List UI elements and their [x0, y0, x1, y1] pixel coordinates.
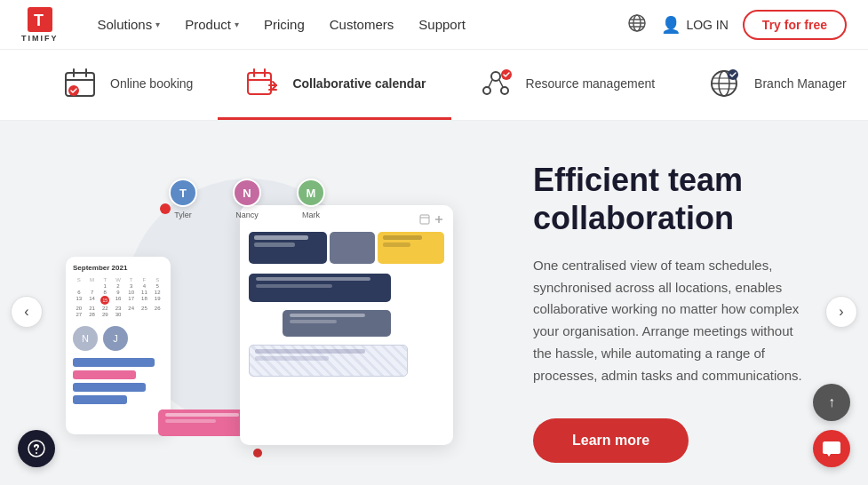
subnav-online-booking[interactable]: Online booking [36, 50, 218, 120]
brand-name: TIMIFY [21, 34, 59, 43]
svg-rect-12 [248, 73, 271, 94]
svg-point-31 [36, 452, 37, 454]
chevron-down-icon: ▾ [235, 20, 239, 29]
subnav-collaborative-calendar[interactable]: Collaborative calendar [218, 50, 450, 120]
svg-point-18 [501, 87, 508, 94]
header-right: 👤 LOG IN Try for free [627, 10, 847, 40]
chevron-down-icon: ▾ [155, 20, 160, 29]
hero-section: ‹ T Tyler N Nancy M Mark [0, 121, 868, 485]
svg-rect-26 [420, 215, 429, 224]
avatar-nancy: N Nancy [233, 179, 261, 219]
schedule-card [240, 205, 453, 445]
header: T TIMIFY Solutions ▾ Product ▾ Pricing C… [0, 0, 868, 50]
avatars-row: T Tyler N Nancy M Mark [169, 179, 325, 219]
alert-dot [160, 203, 171, 214]
calendar-check-icon [60, 64, 100, 103]
branch-manager-icon [705, 64, 744, 103]
fab-container: ↑ [813, 384, 850, 467]
nav-customers[interactable]: Customers [319, 10, 405, 39]
main-nav: Solutions ▾ Product ▾ Pricing Customers … [87, 10, 628, 39]
learn-more-button[interactable]: Learn more [533, 418, 689, 463]
slide-dot-indicator [253, 449, 262, 457]
nav-solutions[interactable]: Solutions ▾ [87, 10, 171, 39]
hero-content: Efficient team collaboration One central… [480, 161, 815, 464]
chat-button[interactable] [813, 430, 850, 467]
nav-product[interactable]: Product ▾ [174, 10, 250, 39]
carousel-next-button[interactable]: › [825, 296, 857, 328]
subnav-branch-manager[interactable]: Branch Manager [680, 50, 868, 120]
small-calendar-card: September 2021 SMTWTFS 12345 6789101112 … [66, 257, 171, 434]
login-button[interactable]: 👤 LOG IN [661, 15, 728, 35]
try-for-free-button[interactable]: Try for free [743, 10, 847, 40]
avatar-mark: M Mark [297, 179, 325, 219]
carousel-prev-button[interactable]: ‹ [11, 296, 43, 328]
language-selector[interactable] [627, 13, 647, 36]
user-icon: 👤 [661, 15, 681, 35]
resource-management-icon [476, 64, 515, 103]
help-widget-button[interactable] [18, 430, 55, 467]
hero-title: Efficient team collaboration [533, 161, 815, 237]
scroll-to-top-button[interactable]: ↑ [813, 384, 850, 421]
nav-support[interactable]: Support [408, 10, 476, 39]
svg-text:T: T [34, 12, 44, 29]
avatar-tyler: T Tyler [169, 179, 197, 219]
nav-pricing[interactable]: Pricing [253, 10, 315, 39]
subnav-resource-management[interactable]: Resource management [451, 50, 681, 120]
hero-illustration: T Tyler N Nancy M Mark September 2021 SM… [53, 152, 480, 472]
svg-point-17 [483, 87, 490, 94]
collaborative-calendar-icon [243, 64, 282, 103]
svg-point-16 [491, 72, 500, 81]
logo[interactable]: T TIMIFY [21, 7, 59, 43]
hero-description: One centralised view of team schedules, … [533, 255, 815, 387]
sub-navigation: Online booking Collaborative calendar [0, 50, 868, 121]
